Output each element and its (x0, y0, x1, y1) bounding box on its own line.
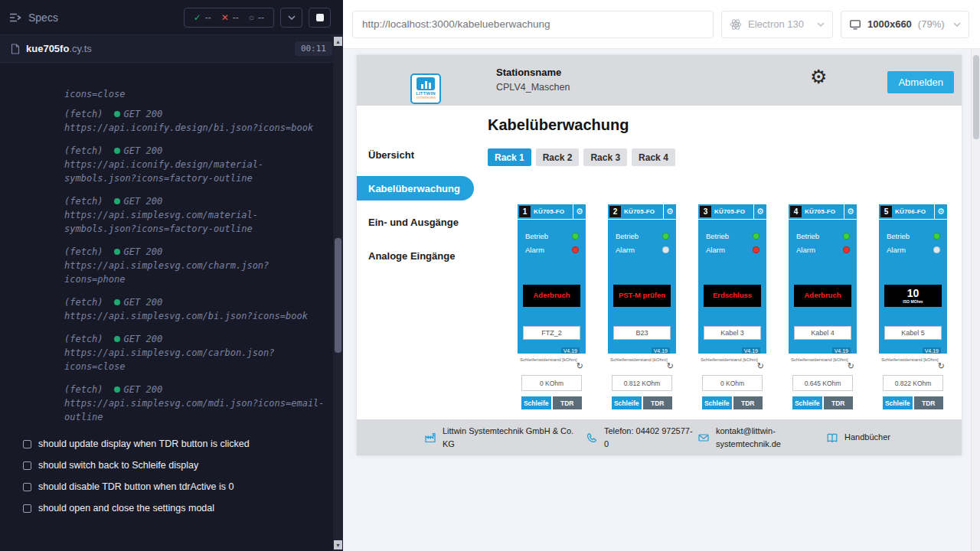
card-settings-gear-icon[interactable]: ⚙ (753, 204, 766, 219)
browser-toolbar: http://localhost:3000/kabelueberwachung … (343, 0, 980, 49)
network-log-entry[interactable]: (fetch)GET 200 https://api.simplesvg.com… (64, 332, 343, 373)
cable-name-input[interactable]: Kabel 3 (704, 326, 761, 340)
logout-button[interactable]: Abmelden (887, 71, 954, 93)
request-url: https://api.simplesvg.com/material-symbo… (64, 208, 326, 236)
tdr-button[interactable]: TDR (914, 396, 944, 409)
cable-name-input[interactable]: Kabel 5 (884, 326, 942, 340)
footer-email[interactable]: kontakt@littwin-systemtechnik.de (697, 425, 785, 450)
schleife-button[interactable]: Schleife (612, 396, 642, 409)
refresh-icon[interactable]: ↻ (667, 362, 674, 370)
request-url: https://api.simplesvg.com/bi.json?icons=… (64, 309, 326, 323)
schleife-button[interactable]: Schleife (792, 396, 822, 409)
measurement-label: Schleifenwiderstand [kOhm] (879, 354, 947, 362)
test-item[interactable]: should switch back to Schleife display (0, 455, 343, 476)
test-item[interactable]: should update display when TDR button is… (0, 433, 343, 455)
page-scrollbar-thumb[interactable] (973, 55, 979, 139)
device-card: 2 KÜ705-FO ⚙ Betrieb Alarm PST-M prüfen … (608, 204, 676, 419)
refresh-icon[interactable]: ↻ (848, 362, 854, 370)
measurement-panel: Schleifenwiderstand [kOhm] ↻ 0.812 KOhm … (608, 354, 676, 419)
scroll-up-arrow[interactable]: ▲ (334, 37, 342, 46)
measurement-panel: Schleifenwiderstand [kOhm] ↻ 0 KOhm Schl… (518, 354, 586, 419)
logo-subtext: SYSTEMTECHNIK (416, 97, 436, 99)
check-icon: ✓ (194, 12, 201, 23)
network-log-entry[interactable]: (fetch)GET 200 https://api.simplesvg.com… (64, 383, 343, 424)
test-item[interactable]: should open and close the settings modal (0, 497, 343, 519)
test-title: should disable TDR button when tdrActive… (38, 481, 234, 492)
browser-selector[interactable]: Electron 130 (721, 11, 833, 38)
command-log: icons=close (fetch)GET 200 https://api.i… (0, 63, 343, 424)
network-log-entry[interactable]: (fetch)GET 200 https://api.simplesvg.com… (64, 245, 343, 286)
log-continuation-line: icons=close (64, 87, 343, 101)
network-log-entry[interactable]: (fetch)GET 200 https://api.iconify.desig… (64, 144, 343, 185)
chevron-down-icon (817, 22, 825, 27)
tab-rack-3[interactable]: Rack 3 (583, 148, 627, 166)
request-url: https://api.iconify.design/material-symb… (64, 158, 326, 185)
specs-menu-button[interactable]: Specs (9, 11, 58, 24)
tab-rack-1[interactable]: Rack 1 (488, 148, 531, 166)
cable-name-input[interactable]: B23 (613, 326, 671, 340)
tdr-button[interactable]: TDR (824, 396, 854, 409)
status-dot (114, 111, 120, 117)
viewport-selector[interactable]: 1000x660 (79%) (841, 11, 969, 38)
stop-tests-button[interactable] (309, 8, 331, 28)
scroll-down-arrow[interactable]: ▼ (334, 540, 342, 549)
measurement-panel: Schleifenwiderstand [kOhm] ↻ 0 KOhm Schl… (698, 354, 766, 419)
spec-name: kue705fo.cy.ts (26, 43, 92, 54)
test-stats: ✓-- ✕-- ○-- (184, 8, 274, 28)
sidebar-item-analoge-eingaenge[interactable]: Analoge Eingänge (357, 239, 475, 272)
measurement-panel: Schleifenwiderstand [kOhm] ↻ 0.822 KOhm … (879, 354, 947, 419)
network-log-entry[interactable]: (fetch)GET 200 https://api.simplesvg.com… (64, 295, 343, 323)
network-log-entry[interactable]: (fetch)GET 200 https://api.iconify.desig… (64, 107, 343, 135)
spec-file-row[interactable]: kue705fo.cy.ts 00:11 (0, 35, 343, 63)
tab-rack-4[interactable]: Rack 4 (632, 148, 675, 166)
alarm-label: Alarm (796, 246, 815, 254)
company-name: Littwin Systemtechnik GmbH & Co. KG (443, 425, 574, 450)
betrieb-led (843, 233, 850, 240)
card-settings-gear-icon[interactable]: ⚙ (573, 204, 586, 219)
refresh-icon[interactable]: ↻ (938, 362, 945, 370)
sidebar-item-kabelueberwachung[interactable]: Kabelüberwachung (357, 176, 474, 201)
card-header: 2 KÜ705-FO ⚙ (608, 204, 676, 220)
url-bar[interactable]: http://localhost:3000/kabelueberwachung (352, 11, 714, 38)
cypress-runner-panel: Specs ✓-- ✕-- ○-- kue705fo.cy.ts 00:11 i… (0, 0, 343, 551)
test-list: should update display when TDR button is… (0, 433, 343, 519)
alarm-label: Alarm (525, 246, 544, 254)
schleife-button[interactable]: Schleife (883, 396, 913, 409)
mode-buttons: Schleife TDR (702, 396, 763, 409)
tdr-button[interactable]: TDR (733, 396, 763, 409)
card-settings-gear-icon[interactable]: ⚙ (844, 204, 857, 219)
betrieb-label: Betrieb (796, 232, 819, 240)
betrieb-label: Betrieb (706, 232, 729, 240)
network-log-entry[interactable]: (fetch)GET 200 https://api.simplesvg.com… (64, 194, 343, 236)
tab-rack-2[interactable]: Rack 2 (536, 148, 580, 166)
scrollbar-thumb[interactable] (335, 238, 341, 353)
betrieb-label: Betrieb (525, 232, 548, 240)
mode-buttons: Schleife TDR (792, 396, 853, 409)
viewport-size: 1000x660 (867, 18, 912, 30)
sidebar-item-ein-und-ausgaenge[interactable]: Ein- und Ausgänge (357, 205, 475, 239)
schleife-button[interactable]: Schleife (702, 396, 732, 409)
footer-phone[interactable]: Telefon: 04402 972577-0 (586, 425, 693, 450)
sidebar-item-uebersicht[interactable]: Übersicht (357, 138, 475, 171)
page-scrollbar[interactable] (971, 49, 980, 551)
card-settings-gear-icon[interactable]: ⚙ (934, 204, 947, 219)
runner-scrollbar[interactable]: ▲ ▼ (333, 35, 343, 551)
measurement-panel: Schleifenwiderstand [kOhm] ↻ 0.645 KOhm … (789, 354, 857, 419)
tdr-button[interactable]: TDR (553, 396, 583, 409)
alarm-label: Alarm (706, 246, 725, 254)
cable-name-input[interactable]: Kabel 4 (794, 326, 851, 340)
collapse-chevron-button[interactable] (280, 8, 302, 28)
refresh-icon[interactable]: ↻ (577, 362, 583, 370)
footer-manuals[interactable]: Handbücher (826, 431, 890, 444)
settings-gear-icon[interactable]: ⚙ (810, 66, 827, 88)
cable-name-input[interactable]: FTZ_2 (523, 326, 580, 340)
phone-number: Telefon: 04402 972577-0 (604, 425, 693, 450)
test-checkbox-icon (23, 461, 31, 470)
alarm-row: Alarm (608, 246, 676, 254)
test-item[interactable]: should disable TDR button when tdrActive… (0, 476, 343, 497)
card-settings-gear-icon[interactable]: ⚙ (663, 204, 676, 219)
tdr-button[interactable]: TDR (643, 396, 673, 409)
schleife-button[interactable]: Schleife (521, 396, 551, 409)
stop-icon (316, 14, 324, 21)
refresh-icon[interactable]: ↻ (757, 362, 764, 370)
